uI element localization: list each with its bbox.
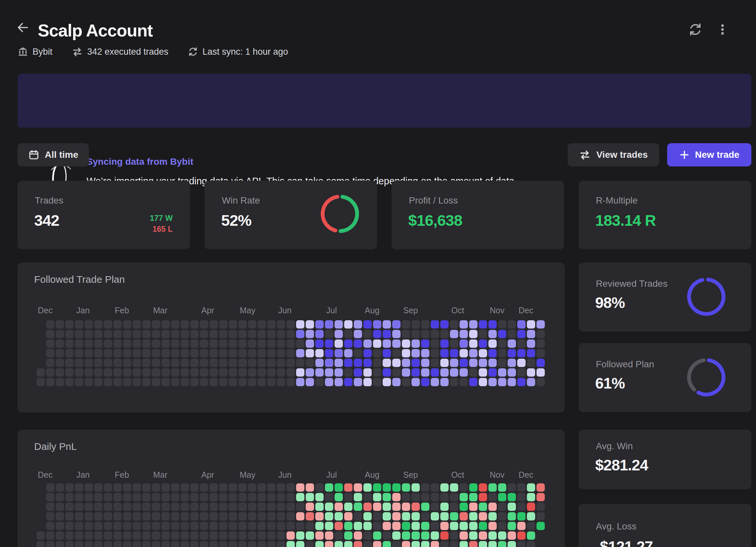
- heatmap-cell[interactable]: [190, 522, 199, 530]
- heatmap-cell[interactable]: [469, 493, 477, 501]
- heatmap-cell[interactable]: [517, 339, 526, 348]
- heatmap-cell[interactable]: [527, 512, 535, 520]
- heatmap-cell[interactable]: [171, 368, 179, 377]
- heatmap-cell[interactable]: [373, 339, 381, 348]
- heatmap-cell[interactable]: [190, 339, 199, 348]
- heatmap-cell[interactable]: [527, 503, 535, 511]
- heatmap-cell[interactable]: [450, 330, 458, 338]
- heatmap-cell[interactable]: [335, 541, 343, 547]
- heatmap-cell[interactable]: [258, 339, 266, 348]
- heatmap-cell[interactable]: [440, 541, 449, 547]
- heatmap-cell[interactable]: [508, 503, 516, 511]
- heatmap-cell[interactable]: [75, 320, 83, 329]
- heatmap-cell[interactable]: [306, 368, 314, 377]
- heatmap-cell[interactable]: [469, 531, 477, 540]
- heatmap-cell[interactable]: [363, 493, 372, 501]
- heatmap-cell[interactable]: [123, 330, 131, 338]
- heatmap-cell[interactable]: [133, 359, 141, 367]
- heatmap-cell[interactable]: [440, 531, 449, 540]
- heatmap-cell[interactable]: [306, 512, 314, 520]
- heatmap-cell[interactable]: [517, 522, 526, 530]
- heatmap-cell[interactable]: [171, 522, 179, 530]
- heatmap-cell[interactable]: [200, 512, 208, 520]
- heatmap-cell[interactable]: [450, 339, 458, 348]
- heatmap-cell[interactable]: [190, 378, 199, 386]
- heatmap-cell[interactable]: [56, 359, 64, 367]
- heatmap-cell[interactable]: [383, 483, 391, 492]
- heatmap-cell[interactable]: [508, 522, 516, 530]
- heatmap-cell[interactable]: [536, 330, 545, 338]
- heatmap-cell[interactable]: [46, 493, 54, 501]
- heatmap-cell[interactable]: [152, 368, 160, 377]
- heatmap-cell[interactable]: [171, 378, 179, 386]
- heatmap-cell[interactable]: [335, 368, 343, 377]
- heatmap-cell[interactable]: [238, 359, 247, 367]
- heatmap-cell[interactable]: [344, 512, 352, 520]
- heatmap-cell[interactable]: [133, 531, 141, 540]
- heatmap-cell[interactable]: [344, 483, 352, 492]
- heatmap-cell[interactable]: [267, 483, 276, 492]
- heatmap-cell[interactable]: [123, 359, 131, 367]
- heatmap-cell[interactable]: [286, 541, 295, 547]
- heatmap-cell[interactable]: [190, 320, 199, 329]
- heatmap-cell[interactable]: [335, 378, 343, 386]
- heatmap-cell[interactable]: [152, 378, 160, 386]
- heatmap-cell[interactable]: [238, 339, 247, 348]
- heatmap-cell[interactable]: [123, 541, 131, 547]
- heatmap-cell[interactable]: [238, 368, 247, 377]
- heatmap-cell[interactable]: [286, 522, 295, 530]
- heatmap-cell[interactable]: [488, 330, 497, 338]
- heatmap-cell[interactable]: [277, 531, 285, 540]
- heatmap-cell[interactable]: [344, 349, 352, 357]
- heatmap-cell[interactable]: [238, 541, 247, 547]
- heatmap-cell[interactable]: [190, 503, 199, 511]
- heatmap-cell[interactable]: [248, 339, 256, 348]
- heatmap-cell[interactable]: [469, 359, 477, 367]
- heatmap-cell[interactable]: [190, 330, 199, 338]
- heatmap-cell[interactable]: [517, 349, 526, 357]
- heatmap-cell[interactable]: [248, 359, 256, 367]
- heatmap-cell[interactable]: [450, 483, 458, 492]
- heatmap-cell[interactable]: [133, 493, 141, 501]
- heatmap-cell[interactable]: [123, 503, 131, 511]
- heatmap-cell[interactable]: [488, 320, 497, 329]
- heatmap-cell[interactable]: [440, 330, 449, 338]
- heatmap-cell[interactable]: [267, 330, 276, 338]
- heatmap-cell[interactable]: [325, 368, 333, 377]
- heatmap-cell[interactable]: [431, 349, 439, 357]
- heatmap-cell[interactable]: [421, 531, 429, 540]
- heatmap-cell[interactable]: [450, 503, 458, 511]
- heatmap-cell[interactable]: [85, 541, 93, 547]
- heatmap-cell[interactable]: [171, 339, 179, 348]
- heatmap-cell[interactable]: [411, 531, 420, 540]
- heatmap-cell[interactable]: [248, 368, 256, 377]
- heatmap-cell[interactable]: [460, 320, 468, 329]
- heatmap-cell[interactable]: [411, 512, 420, 520]
- heatmap-cell[interactable]: [229, 493, 237, 501]
- heatmap-cell[interactable]: [440, 368, 449, 377]
- heatmap-cell[interactable]: [267, 503, 276, 511]
- heatmap-cell[interactable]: [200, 483, 208, 492]
- heatmap-cell[interactable]: [248, 330, 256, 338]
- heatmap-cell[interactable]: [296, 512, 304, 520]
- heatmap-cell[interactable]: [498, 339, 506, 348]
- heatmap-cell[interactable]: [354, 531, 362, 540]
- heatmap-cell[interactable]: [306, 493, 314, 501]
- heatmap-cell[interactable]: [402, 330, 410, 338]
- heatmap-cell[interactable]: [479, 483, 487, 492]
- heatmap-cell[interactable]: [450, 493, 458, 501]
- heatmap-cell[interactable]: [344, 503, 352, 511]
- heatmap-cell[interactable]: [383, 368, 391, 377]
- heatmap-cell[interactable]: [56, 349, 64, 357]
- heatmap-cell[interactable]: [75, 330, 83, 338]
- heatmap-cell[interactable]: [56, 368, 64, 377]
- heatmap-cell[interactable]: [171, 541, 179, 547]
- heatmap-cell[interactable]: [248, 493, 256, 501]
- heatmap-cell[interactable]: [392, 349, 401, 357]
- heatmap-cell[interactable]: [479, 503, 487, 511]
- heatmap-cell[interactable]: [354, 359, 362, 367]
- heatmap-cell[interactable]: [152, 349, 160, 357]
- heatmap-cell[interactable]: [85, 512, 93, 520]
- heatmap-cell[interactable]: [536, 320, 545, 329]
- heatmap-cell[interactable]: [450, 531, 458, 540]
